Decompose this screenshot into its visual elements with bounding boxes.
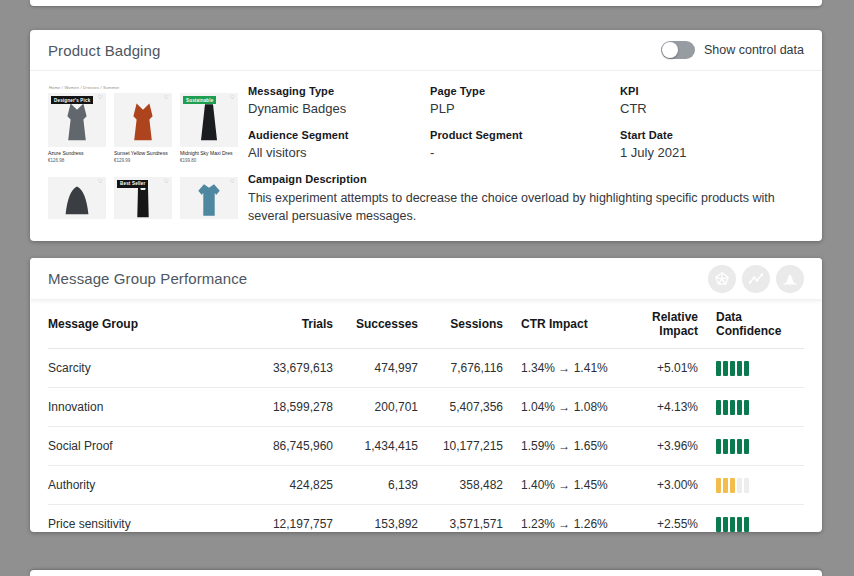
- campaign-description-label: Campaign Description: [248, 173, 804, 185]
- product-tile: Designer's Pick ♡ Azure Sundress €126.98: [48, 93, 106, 163]
- heart-icon: ♡: [98, 94, 103, 100]
- product-caption: Midnight Sky Maxi Dres €199.80: [180, 147, 238, 163]
- garment-silhouette: [127, 98, 159, 144]
- experiment-field: KPI CTR: [620, 85, 804, 116]
- column-header: Message Group: [48, 299, 238, 349]
- line-chart-button[interactable]: [742, 265, 770, 293]
- radar-chart-button[interactable]: [708, 265, 736, 293]
- table-header-row: Message GroupTrialsSuccessesSessionsCTR …: [48, 299, 804, 349]
- cell-successes: 1,434,415: [333, 427, 418, 466]
- campaign-description: Campaign Description This experiment att…: [248, 173, 804, 225]
- garment-silhouette: [193, 180, 225, 219]
- bell-curve-icon: [782, 271, 798, 287]
- cell-trials: 18,599,278: [238, 388, 333, 427]
- radar-chart-icon: [714, 271, 730, 287]
- field-label: Start Date: [620, 129, 804, 141]
- cell-relative-impact: +3.96%: [618, 427, 698, 466]
- cell-sessions: 10,177,215: [418, 427, 503, 466]
- column-header: Data Confidence: [698, 299, 804, 349]
- cell-ctr-impact: 1.40% → 1.45%: [503, 466, 618, 505]
- cell-relative-impact: +4.13%: [618, 388, 698, 427]
- garment-silhouette: [61, 98, 93, 144]
- bell-curve-button[interactable]: [776, 265, 804, 293]
- data-confidence-bars: [716, 478, 749, 493]
- garment-silhouette: [61, 180, 93, 219]
- data-confidence-bars: [716, 517, 749, 532]
- product-tile: ♡: [180, 177, 238, 219]
- cell-ctr-impact: 1.59% → 1.65%: [503, 427, 618, 466]
- line-chart-icon: [748, 271, 764, 287]
- experiment-fields: Messaging Type Dynamic Badges Page Type …: [248, 85, 804, 160]
- product-badging-header: Product Badging Show control data: [30, 30, 822, 71]
- cell-trials: 424,825: [238, 466, 333, 505]
- cell-ctr-impact: 1.04% → 1.08%: [503, 388, 618, 427]
- toggle-label: Show control data: [704, 43, 804, 57]
- experiment-field: Product Segment -: [430, 129, 620, 160]
- product-image: ♡: [180, 177, 238, 219]
- cell-message-group: Scarcity: [48, 349, 238, 388]
- cell-successes: 6,139: [333, 466, 418, 505]
- product-name: Midnight Sky Maxi Dres: [180, 150, 238, 157]
- table-row: Innovation 18,599,278 200,701 5,407,356 …: [48, 388, 804, 427]
- product-caption: Azure Sundress €126.98: [48, 147, 106, 163]
- product-tile: Sustainable ♡ Midnight Sky Maxi Dres €19…: [180, 93, 238, 163]
- heart-icon: ♡: [98, 178, 103, 184]
- data-confidence-bars: [716, 400, 749, 415]
- experiment-field: Page Type PLP: [430, 85, 620, 116]
- data-confidence-bars: [716, 361, 749, 376]
- experiment-meta: Messaging Type Dynamic Badges Page Type …: [238, 85, 804, 225]
- cell-trials: 86,745,960: [238, 427, 333, 466]
- field-value: CTR: [620, 101, 804, 116]
- product-badge: Designer's Pick: [51, 96, 93, 104]
- field-value: PLP: [430, 101, 620, 116]
- cell-data-confidence: [698, 505, 804, 533]
- field-label: Product Segment: [430, 129, 620, 141]
- performance-table-body: Scarcity 33,679,613 474,997 7,676,116 1.…: [48, 349, 804, 533]
- product-badging-title: Product Badging: [48, 42, 160, 59]
- toggle-knob: [662, 42, 678, 58]
- experiment-field: Audience Segment All visitors: [248, 129, 430, 160]
- product-image: ♡: [48, 177, 106, 219]
- cell-data-confidence: [698, 388, 804, 427]
- field-value: -: [430, 145, 620, 160]
- product-tile: ♡: [48, 177, 106, 219]
- table-row: Price sensitivity 12,197,757 153,892 3,5…: [48, 505, 804, 533]
- cell-message-group: Social Proof: [48, 427, 238, 466]
- table-row: Authority 424,825 6,139 358,482 1.40% → …: [48, 466, 804, 505]
- field-label: Page Type: [430, 85, 620, 97]
- column-header: Successes: [333, 299, 418, 349]
- product-collage: Home / Women / Dresses / Summer Designer…: [48, 85, 238, 225]
- collage-tiles: Designer's Pick ♡ Azure Sundress €126.98…: [48, 93, 238, 219]
- message-group-performance-card: Message Group Performance: [30, 258, 822, 532]
- show-control-data-toggle[interactable]: Show control data: [661, 41, 804, 59]
- field-value: All visitors: [248, 145, 430, 160]
- product-image: Designer's Pick ♡: [48, 93, 106, 147]
- product-caption: Sunset Yellow Sundress €129.99: [114, 147, 172, 163]
- table-row: Scarcity 33,679,613 474,997 7,676,116 1.…: [48, 349, 804, 388]
- cell-data-confidence: [698, 466, 804, 505]
- cell-data-confidence: [698, 349, 804, 388]
- cell-data-confidence: [698, 427, 804, 466]
- field-label: KPI: [620, 85, 804, 97]
- field-value: Dynamic Badges: [248, 101, 430, 116]
- column-header: Trials: [238, 299, 333, 349]
- performance-header: Message Group Performance: [30, 258, 822, 299]
- heart-icon: ♡: [164, 178, 169, 184]
- product-badge: Best Seller: [117, 180, 148, 188]
- cell-message-group: Innovation: [48, 388, 238, 427]
- campaign-description-text: This experiment attempts to decrease the…: [248, 189, 796, 225]
- cell-relative-impact: +2.55%: [618, 505, 698, 533]
- product-name: Sunset Yellow Sundress: [114, 150, 172, 157]
- partial-card-below: [30, 570, 822, 576]
- product-badge: Sustainable: [183, 96, 216, 104]
- column-header: CTR Impact: [503, 299, 618, 349]
- performance-title: Message Group Performance: [48, 270, 247, 287]
- cell-successes: 153,892: [333, 505, 418, 533]
- cell-relative-impact: +3.00%: [618, 466, 698, 505]
- heart-icon: ♡: [230, 178, 235, 184]
- cell-trials: 33,679,613: [238, 349, 333, 388]
- column-header: Sessions: [418, 299, 503, 349]
- product-tile: ♡ Sunset Yellow Sundress €129.99: [114, 93, 172, 163]
- column-header: Relative Impact: [618, 299, 698, 349]
- toggle-switch[interactable]: [661, 41, 695, 59]
